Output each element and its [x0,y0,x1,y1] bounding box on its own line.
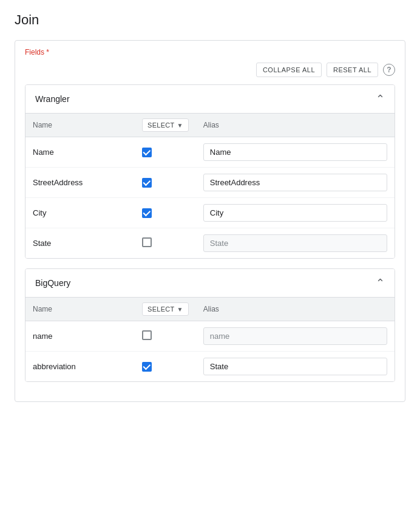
field-checkbox[interactable] [142,330,152,340]
table-row: Name [25,137,395,168]
table-row: StreetAddress [25,168,395,198]
wrangler-select-button[interactable]: SELECT ▼ [142,118,189,132]
reset-all-button[interactable]: RESET ALL [327,63,378,77]
wrangler-title: Wrangler [35,94,70,104]
table-row: State [25,228,395,259]
alias-input[interactable] [203,327,387,345]
wrangler-card-header[interactable]: Wrangler ⌃ [25,85,395,113]
bq-select-dropdown-arrow: ▼ [177,306,183,313]
alias-input[interactable] [203,174,387,191]
bigquery-table: Name SELECT ▼ Alias nameabbreviation [25,297,395,381]
bigquery-title: BigQuery [35,278,70,288]
table-row: name [25,321,395,352]
field-alias-cell [196,228,395,259]
fields-section: Fields * COLLAPSE ALL RESET ALL ? Wrangl… [15,40,405,402]
field-checkbox-cell [135,321,196,352]
alias-input[interactable] [203,358,387,375]
field-checkbox[interactable] [142,362,152,372]
toolbar: COLLAPSE ALL RESET ALL ? [25,63,395,77]
field-name: State [25,228,135,259]
collapse-all-button[interactable]: COLLAPSE ALL [256,63,322,77]
field-alias-cell [196,352,395,382]
wrangler-card: Wrangler ⌃ Name SELECT ▼ Alias NameStree… [25,84,395,259]
alias-input[interactable] [203,143,387,161]
field-name: Name [25,137,135,168]
wrangler-collapse-icon[interactable]: ⌃ [376,94,385,104]
wrangler-table: Name SELECT ▼ Alias NameStreetAddressCit… [25,113,395,258]
bigquery-alias-header: Alias [196,298,395,321]
help-icon[interactable]: ? [383,64,395,76]
bigquery-select-header: SELECT ▼ [135,298,196,321]
wrangler-select-header: SELECT ▼ [135,114,196,137]
wrangler-alias-header: Alias [196,114,395,137]
field-checkbox-cell [135,168,196,198]
bigquery-select-button[interactable]: SELECT ▼ [142,302,189,316]
bigquery-name-header: Name [25,298,135,321]
bigquery-collapse-icon[interactable]: ⌃ [376,278,385,288]
field-checkbox-cell [135,228,196,259]
alias-input[interactable] [203,234,387,252]
field-alias-cell [196,168,395,198]
page-title: Join [15,12,405,28]
field-alias-cell [196,198,395,228]
field-name: StreetAddress [25,168,135,198]
field-name: abbreviation [25,352,135,382]
field-checkbox[interactable] [142,148,152,157]
wrangler-name-header: Name [25,114,135,137]
field-checkbox-cell [135,137,196,168]
field-name: City [25,198,135,228]
field-checkbox[interactable] [142,208,152,218]
field-alias-cell [196,137,395,168]
alias-input[interactable] [203,204,387,222]
field-checkbox-cell [135,198,196,228]
bigquery-card-header[interactable]: BigQuery ⌃ [25,269,395,297]
table-row: City [25,198,395,228]
field-checkbox-cell [135,352,196,382]
select-dropdown-arrow: ▼ [177,122,183,129]
table-row: abbreviation [25,352,395,382]
field-checkbox[interactable] [142,178,152,188]
field-alias-cell [196,321,395,352]
field-checkbox[interactable] [142,237,152,247]
field-name: name [25,321,135,352]
bigquery-card: BigQuery ⌃ Name SELECT ▼ Alias nameabbre… [25,268,395,382]
fields-label: Fields * [25,48,395,56]
